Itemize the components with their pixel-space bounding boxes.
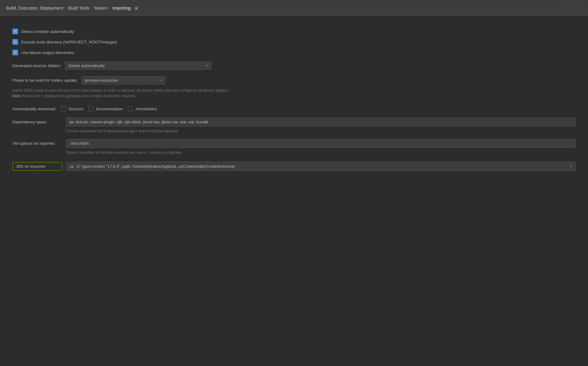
- detect-compiler-row: ✓ Detect compiler automatically: [12, 29, 576, 34]
- annotations-checkbox[interactable]: [128, 106, 133, 111]
- breadcrumb-item-3[interactable]: Maven: [94, 6, 107, 11]
- use-maven-output-checkbox[interactable]: ✓: [12, 50, 18, 55]
- documentation-checkbox[interactable]: [88, 106, 93, 111]
- checkmark-icon: ✓: [14, 30, 17, 33]
- exclude-build-dir-row: ✓ Exclude build directory (%PROJECT_ROOT…: [12, 39, 576, 45]
- forward-button[interactable]: →: [574, 5, 582, 11]
- documentation-label: Documentation: [96, 107, 123, 111]
- phase-dropdown[interactable]: process-resources ▾: [82, 76, 166, 85]
- breadcrumb-item-4[interactable]: Importing: [112, 6, 130, 11]
- generated-sources-dropdown[interactable]: Detect automatically ▾: [65, 62, 211, 70]
- sources-check-group: Sources: [61, 106, 83, 111]
- auto-download-row: Automatically download: Sources Document…: [12, 106, 576, 111]
- dependency-types-row: Dependency types:: [12, 117, 576, 126]
- dependency-types-input[interactable]: [66, 117, 576, 126]
- chevron-down-icon-2: ▾: [160, 78, 162, 82]
- phase-row: Phase to be used for folders update: pro…: [12, 76, 576, 85]
- nav-arrows: ← →: [564, 5, 582, 11]
- dependency-types-helper: Comma separated list of dependency types…: [66, 128, 576, 134]
- exclude-build-dir-checkbox[interactable]: ✓: [12, 39, 18, 45]
- vm-options-input[interactable]: [66, 139, 576, 148]
- phase-value: process-resources: [85, 78, 118, 83]
- documentation-check-group: Documentation: [88, 106, 123, 111]
- chevron-down-icon-3: ▾: [570, 164, 572, 168]
- jdk-label: JDK for importer:: [12, 162, 62, 171]
- detect-compiler-checkbox[interactable]: ✓: [12, 29, 18, 34]
- phase-helper-line2-rest: that all test-* phases firstly generate …: [21, 94, 136, 98]
- auto-download-label: Automatically download:: [12, 107, 56, 111]
- use-maven-output-row: ✓ Use Maven output directories: [12, 50, 576, 55]
- checkmark-icon-2: ✓: [14, 40, 17, 44]
- jdk-section: JDK for importer: 🗂 17 (java version "17…: [12, 162, 576, 171]
- jdk-value: 17 (java version "17.0.3", path: /Users/…: [76, 164, 235, 169]
- breadcrumb-separator-2: ›: [91, 6, 92, 10]
- breadcrumb: Build, Execution, Deployment › Build Too…: [6, 6, 138, 11]
- settings-content: ✓ Detect compiler automatically ✓ Exclud…: [0, 16, 588, 183]
- detect-compiler-label: Detect compiler automatically: [21, 29, 74, 34]
- chevron-down-icon: ▾: [206, 64, 208, 68]
- jdk-dropdown-content: 🗂 17 (java version "17.0.3", path: /User…: [69, 164, 235, 169]
- breadcrumb-separator-1: ›: [65, 6, 66, 10]
- jdk-dropdown[interactable]: 🗂 17 (java version "17.0.3", path: /User…: [66, 162, 576, 171]
- phase-helper-line1: IntelliJ IDEA needs to execute one of th…: [12, 88, 576, 93]
- generated-sources-value: Detect automatically: [68, 63, 105, 68]
- back-button[interactable]: ←: [564, 5, 572, 11]
- header: Build, Execution, Deployment › Build Too…: [0, 0, 588, 16]
- phase-label: Phase to be used for folders update:: [12, 78, 78, 83]
- window-icon: ▣: [134, 6, 138, 10]
- exclude-build-dir-label: Exclude build directory (%PROJECT_ROOT%/…: [21, 40, 117, 44]
- generated-sources-row: Generated sources folders: Detect automa…: [12, 62, 576, 70]
- breadcrumb-separator-3: ›: [109, 6, 110, 10]
- jdk-row: JDK for importer: 🗂 17 (java version "17…: [12, 162, 576, 171]
- breadcrumb-item-2[interactable]: Build Tools: [68, 6, 89, 11]
- annotations-check-group: Annotations: [128, 106, 157, 111]
- vm-options-label: VM options for importer:: [12, 141, 62, 146]
- vm-options-row: VM options for importer:: [12, 139, 576, 148]
- breadcrumb-item-1[interactable]: Build, Execution, Deployment: [6, 6, 63, 11]
- phase-helper-line2: Note that all test-* phases firstly gene…: [12, 93, 576, 99]
- sources-checkbox[interactable]: [61, 106, 66, 111]
- vm-options-helper: Options specified in this field override…: [66, 150, 576, 155]
- annotations-label: Annotations: [135, 107, 157, 111]
- checkmark-icon-3: ✓: [14, 51, 17, 54]
- note-label: Note: [12, 94, 21, 98]
- dependency-types-label: Dependency types:: [12, 120, 62, 124]
- sources-label: Sources: [68, 107, 83, 111]
- use-maven-output-label: Use Maven output directories: [21, 50, 74, 55]
- jdk-folder-icon: 🗂: [69, 164, 74, 169]
- phase-helper-text: IntelliJ IDEA needs to execute one of th…: [12, 88, 576, 99]
- generated-sources-label: Generated sources folders:: [12, 63, 61, 68]
